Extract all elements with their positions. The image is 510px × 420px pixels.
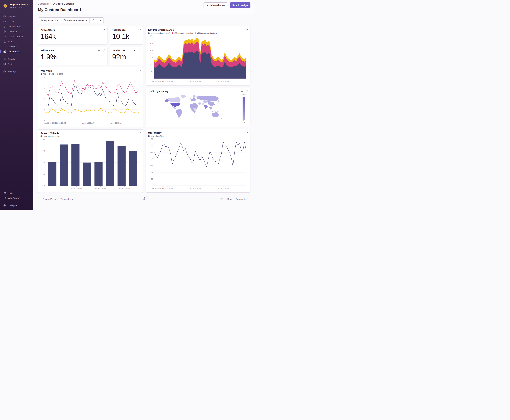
- legend-item-count-unique-release[interactable]: count_unique(release): [41, 135, 60, 137]
- sidebar-footer-nav: Help What's new Collapse: [0, 190, 33, 208]
- widget-menu-icon[interactable]: [241, 90, 244, 93]
- sidebar-item-performance[interactable]: Performance: [0, 24, 33, 29]
- p50-dot: [195, 32, 196, 34]
- map-scale-legend: High Low: [239, 93, 248, 125]
- projects-icon: [3, 15, 6, 18]
- svg-text:Apr 1 12:00 AM: Apr 1 12:00 AM: [162, 81, 173, 82]
- org-switcher[interactable]: Empower Plant Jane Schmidt: [0, 2, 33, 9]
- app-root: Empower Plant Jane Schmidt Projects Issu…: [0, 0, 255, 210]
- web-vitals-chart[interactable]: 4s3s2s1s0Mar 31 12:00 AMApr 1 12:00 AMAp…: [41, 76, 141, 125]
- terms-of-use-link[interactable]: Terms of Use: [60, 198, 73, 200]
- breadcrumb-dashboards[interactable]: Dashboards: [38, 3, 50, 5]
- widget-menu-icon[interactable]: [134, 132, 136, 134]
- edit-dashboard-button[interactable]: Edit Dashboard: [204, 2, 228, 8]
- legend-item-user-misery[interactable]: user_misery(300): [148, 135, 164, 137]
- widget-expand-icon[interactable]: [246, 90, 248, 93]
- sidebar-item-settings[interactable]: Settings: [0, 69, 33, 74]
- sidebar-item-discover[interactable]: Discover: [0, 44, 33, 49]
- ttfb-dot: [56, 73, 58, 75]
- widget-title: Web Vitals: [41, 69, 63, 72]
- sidebar-item-releases[interactable]: Releases: [0, 29, 33, 34]
- contribute-link[interactable]: Contribute: [236, 198, 246, 200]
- world-map[interactable]: [148, 93, 239, 125]
- add-widget-button[interactable]: Add Widget: [230, 2, 251, 8]
- widget-active-users: Active Users 164k: [38, 26, 107, 45]
- user-name: Jane Schmidt: [10, 6, 29, 9]
- privacy-policy-link[interactable]: Privacy Policy: [43, 198, 56, 200]
- chart-legend: user_misery(300): [148, 135, 164, 137]
- legend-item-lcp[interactable]: LCP: [49, 73, 54, 75]
- svg-text:30s: 30s: [150, 35, 153, 37]
- widget-web-vitals: Web Vitals FCP LCP TTFB: [38, 67, 143, 127]
- widget-expand-icon[interactable]: [246, 132, 248, 134]
- svg-text:Apr 3 12:00 AM: Apr 3 12:00 AM: [82, 122, 94, 124]
- user-misery-chart[interactable]: 0.350.30.250.20.150.10.050Mar 31 12:00 A…: [148, 138, 248, 190]
- sidebar-item-collapse[interactable]: Collapse: [0, 203, 33, 208]
- map-scale-high-label: High: [242, 93, 246, 96]
- api-link[interactable]: API: [221, 198, 224, 200]
- svg-text:Apr 1 12:00 AM: Apr 1 12:00 AM: [162, 188, 173, 189]
- widget-title: Delivery Velocity: [41, 132, 60, 134]
- dashboards-icon: [3, 50, 6, 53]
- key-page-performance-chart[interactable]: 30s25s20s15s10s5s0Mar 31 12:00 AMApr 1 1…: [148, 35, 248, 83]
- svg-text:Apr 5 12:00 AM: Apr 5 12:00 AM: [119, 188, 130, 189]
- help-icon: [3, 192, 6, 194]
- widget-user-misery: User Misery user_misery(300) 0.350.30.25…: [146, 129, 251, 193]
- docs-link[interactable]: Docs: [227, 198, 232, 200]
- widget-menu-icon[interactable]: [134, 49, 136, 52]
- svg-text:60: 60: [44, 150, 45, 152]
- widget-key-page-performance: Key Page Performance p95(transaction.dur…: [146, 26, 251, 85]
- sidebar-item-dashboards[interactable]: Dashboards: [0, 49, 33, 54]
- legend-item-fcp[interactable]: FCP: [41, 73, 46, 75]
- svg-text:15s: 15s: [150, 56, 153, 58]
- legend-item-p95[interactable]: p95(transaction.duration): [148, 32, 170, 34]
- legend-item-p75[interactable]: p75(transaction.duration): [171, 32, 193, 34]
- svg-text:0: 0: [44, 185, 45, 187]
- project-filter[interactable]: My Projects: [38, 18, 61, 23]
- date-range-filter[interactable]: 7D: [89, 18, 103, 23]
- sentry-logo[interactable]: [142, 197, 146, 202]
- environment-filter[interactable]: All Environments: [61, 18, 89, 23]
- sidebar-item-activity[interactable]: Activity: [0, 56, 33, 61]
- sidebar-item-whats-new[interactable]: What's new: [0, 195, 33, 200]
- widget-menu-icon[interactable]: [241, 132, 244, 134]
- widget-menu-icon[interactable]: [241, 29, 244, 31]
- svg-text:0.3: 0.3: [151, 145, 153, 147]
- svg-text:Apr 1 12:00 AM: Apr 1 12:00 AM: [54, 122, 66, 124]
- releases-icon: [3, 30, 6, 33]
- widget-expand-icon[interactable]: [103, 29, 105, 31]
- stats-icon: [3, 63, 6, 65]
- widget-total-errors: Total Errors 92m: [110, 47, 143, 65]
- svg-text:Apr 1 12:00 AM: Apr 1 12:00 AM: [71, 188, 82, 189]
- sidebar-item-help[interactable]: Help: [0, 190, 33, 195]
- widget-expand-icon[interactable]: [246, 29, 248, 31]
- delivery-velocity-chart[interactable]: 806040200Apr 1 12:00 AMApr 3 12:00 AMApr…: [41, 138, 141, 190]
- widget-menu-icon[interactable]: [98, 49, 101, 52]
- map-scale-low-label: Low: [242, 122, 245, 124]
- widget-menu-icon[interactable]: [134, 29, 136, 31]
- legend-item-ttfb[interactable]: TTFB: [56, 73, 63, 75]
- widget-expand-icon[interactable]: [138, 132, 141, 134]
- p95-dot: [148, 32, 150, 34]
- widget-expand-icon[interactable]: [138, 29, 141, 31]
- sidebar-item-user-feedback[interactable]: User Feedback: [0, 34, 33, 39]
- sidebar-item-projects[interactable]: Projects: [0, 14, 33, 19]
- svg-text:0.25: 0.25: [150, 151, 153, 153]
- sidebar-item-issues[interactable]: Issues: [0, 19, 33, 24]
- user-misery-dot: [148, 135, 150, 137]
- widget-menu-icon[interactable]: [134, 70, 136, 72]
- widget-expand-icon[interactable]: [138, 70, 141, 72]
- widget-expand-icon[interactable]: [138, 49, 141, 52]
- sidebar-nav: Projects Issues Performance Releases Use…: [0, 14, 33, 74]
- widget-expand-icon[interactable]: [103, 49, 105, 52]
- widget-title: Total Issues: [112, 29, 126, 31]
- sidebar-item-stats[interactable]: Stats: [0, 61, 33, 67]
- widget-title: User Misery: [148, 132, 164, 134]
- sidebar-item-alerts[interactable]: Alerts: [0, 39, 33, 44]
- collapse-icon: [3, 204, 6, 207]
- svg-text:0: 0: [44, 119, 45, 121]
- legend-item-p50[interactable]: p50(transaction.duration): [195, 32, 217, 34]
- svg-text:40: 40: [44, 162, 45, 164]
- chevron-down-icon: [27, 4, 29, 5]
- widget-menu-icon[interactable]: [98, 29, 101, 31]
